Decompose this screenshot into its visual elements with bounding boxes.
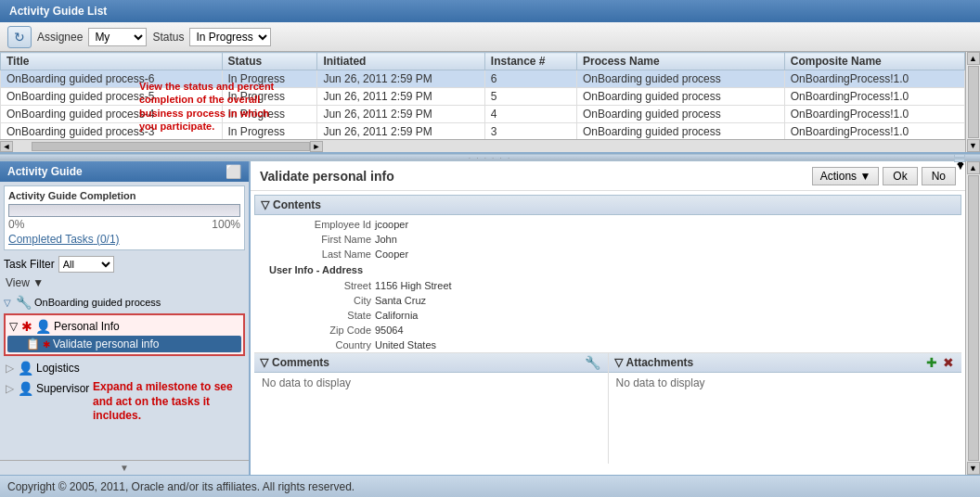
table-cell: OnBoardingProcess!1.0 [784,106,964,123]
right-scroll-down[interactable]: ▼ [967,462,980,475]
title-bar-label: Activity Guide List [9,5,107,18]
milestone-toggle[interactable]: ▽ [9,320,19,333]
form-content: ▽ Contents Employee Id jcooper First Nam… [251,191,965,475]
col-process[interactable]: Process Name [576,53,784,70]
attachments-header-left: ▽ Attachments [614,356,694,369]
task-filter-label: Task Filter [4,258,55,271]
resize-up[interactable]: ▲ [954,154,965,158]
col-status[interactable]: Status [222,53,317,70]
scroll-down-arrow[interactable]: ▼ [967,139,980,152]
right-scrollbar: ▲ ▼ [965,161,980,475]
view-button[interactable]: View ▼ [0,274,249,291]
assignee-label: Assignee [37,31,83,44]
table-cell: OnBoarding guided process [576,70,784,88]
supervisor-icon: 👤 [18,381,33,396]
split-right: Validate personal info Actions ▼ Ok No [251,161,980,475]
activity-guide-icon[interactable]: ⬜ [226,164,241,179]
supervisor-toggle[interactable]: ▷ [6,382,15,395]
country-row: Country United States [254,338,961,352]
scroll-bottom[interactable]: ▼ [120,463,129,473]
horiz-scroll-thumb[interactable] [32,142,310,151]
table-cell: OnBoardingProcess!1.0 [784,88,964,106]
comments-header-left: ▽ Comments [260,356,329,369]
task-filter-select[interactable]: All Open Completed [58,256,114,273]
city-row: City Santa Cruz [254,293,961,308]
comments-panel: ▽ Comments 🔧 No data to display [254,353,609,464]
attachments-header: ▽ Attachments ✚ ✖ [609,353,962,373]
col-title[interactable]: Title [1,53,223,70]
col-composite[interactable]: Composite Name [784,53,964,70]
attachments-chevron: ▽ [614,356,623,369]
personal-info-group: ▽ ✱ 👤 Personal Info 📋 ✱ Validate persona… [4,313,245,356]
table-cell: Jun 26, 2011 2:59 PM [317,70,484,88]
right-scroll-thumb[interactable] [968,175,979,461]
table-cell: OnBoardingProcess!1.0 [784,70,964,88]
list-area: ▲ ▼ Title Status Initiated Instance # Pr… [0,52,980,154]
process-root[interactable]: ▽ 🔧 OnBoarding guided process [2,293,247,312]
user-info-label: User Info - Address [254,261,961,278]
status-label: Status [152,31,184,44]
add-attachment-button[interactable]: ✚ [924,355,939,370]
ok-button[interactable]: Ok [883,167,917,185]
state-row: State California [254,308,961,323]
scroll-thumb[interactable] [968,66,979,138]
resize-handle[interactable]: · · · · · · ▲ ▼ [0,154,980,161]
callout-tooltip: View the status and percent completion o… [139,80,288,133]
completion-label: Activity Guide Completion [8,190,240,201]
task-filter: Task Filter All Open Completed [0,254,249,274]
root-toggle[interactable]: ▽ [4,298,13,308]
star-icon: ✱ [21,319,32,334]
table-cell: Jun 26, 2011 2:59 PM [317,123,484,141]
right-panel: Validate personal info Actions ▼ Ok No [251,161,965,475]
actions-button[interactable]: Actions ▼ [812,167,880,185]
no-button[interactable]: No [922,167,956,185]
contents-body: Employee Id jcooper First Name John Last… [254,217,961,352]
table-cell: OnBoarding guided process [576,123,784,141]
main-area: ▲ ▼ Title Status Initiated Instance # Pr… [0,52,980,475]
table-cell: 4 [484,106,576,123]
task-icon: 📋 [26,338,40,350]
logistics-toggle[interactable]: ▷ [6,362,15,375]
right-title: Validate personal info [260,169,394,184]
completed-tasks-link[interactable]: Completed Tasks (0/1) [8,233,240,246]
table-cell: OnBoarding guided process [576,88,784,106]
progress-labels: 0% 100% [8,218,240,231]
employee-id-row: Employee Id jcooper [254,217,961,232]
assignee-select[interactable]: My All Others [88,28,147,46]
horiz-scroll-left[interactable]: ◄ [0,141,13,152]
table-cell: 3 [484,123,576,141]
table-cell: OnBoardingProcess!1.0 [784,123,964,141]
attachments-panel: ▽ Attachments ✚ ✖ No data to display [609,353,962,464]
split-area: Activity Guide ⬜ Activity Guide Completi… [0,161,980,475]
scroll-up-arrow[interactable]: ▲ [967,52,980,65]
footer-text: Copyright © 2005, 2011, Oracle and/or it… [7,480,355,493]
contents-section-header[interactable]: ▽ Contents [254,195,961,215]
logistics-milestone[interactable]: ▷ 👤 Logistics [2,358,247,378]
col-initiated[interactable]: Initiated [317,53,484,70]
table-cell: Jun 26, 2011 2:59 PM [317,106,484,123]
activity-guide-title: Activity Guide ⬜ [0,161,249,182]
status-select[interactable]: In Progress Completed All [189,28,271,46]
table-cell: Jun 26, 2011 2:59 PM [317,88,484,106]
contents-chevron: ▽ [261,198,269,211]
comments-chevron: ▽ [260,356,268,369]
right-header: Validate personal info Actions ▼ Ok No [251,161,965,191]
remove-attachment-button[interactable]: ✖ [941,355,956,370]
first-name-row: First Name John [254,232,961,247]
attachments-content: No data to display [609,373,962,464]
header-buttons: Actions ▼ Ok No [812,167,956,185]
attachment-buttons: ✚ ✖ [924,355,956,370]
tree-area: ▽ 🔧 OnBoarding guided process ▽ ✱ 👤 Pers… [0,291,249,460]
footer: Copyright © 2005, 2011, Oracle and/or it… [0,475,980,497]
right-scroll-up[interactable]: ▲ [967,161,980,174]
refresh-button[interactable]: ↻ [7,26,32,48]
validate-task[interactable]: 📋 ✱ Validate personal info [7,336,241,352]
left-panel: Activity Guide ⬜ Activity Guide Completi… [0,161,251,475]
horiz-scroll-right[interactable]: ► [310,141,323,152]
col-instance[interactable]: Instance # [484,53,576,70]
progress-bar [8,204,240,217]
personal-info-milestone[interactable]: ▽ ✱ 👤 Personal Info [7,317,241,336]
zip-row: Zip Code 95064 [254,323,961,338]
resize-down[interactable]: ▼ [954,159,965,162]
comments-icon-button[interactable]: 🔧 [583,355,602,370]
